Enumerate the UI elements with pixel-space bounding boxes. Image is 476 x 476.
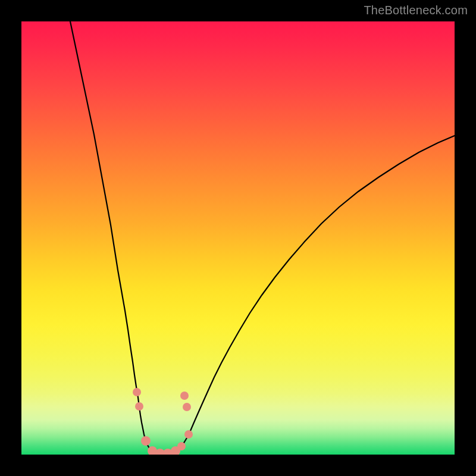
- left-curve: [70, 21, 159, 454]
- curve-layer: [21, 21, 455, 455]
- data-marker: [177, 442, 186, 450]
- plot-area: [21, 21, 455, 455]
- data-marker: [133, 388, 141, 396]
- data-marker: [183, 403, 191, 411]
- right-curve: [159, 136, 455, 454]
- watermark-text: TheBottleneck.com: [364, 4, 468, 17]
- data-marker: [141, 436, 151, 446]
- data-marker: [184, 430, 193, 439]
- data-marker: [180, 392, 189, 400]
- chart-stage: TheBottleneck.com: [0, 0, 476, 476]
- data-marker: [135, 402, 143, 411]
